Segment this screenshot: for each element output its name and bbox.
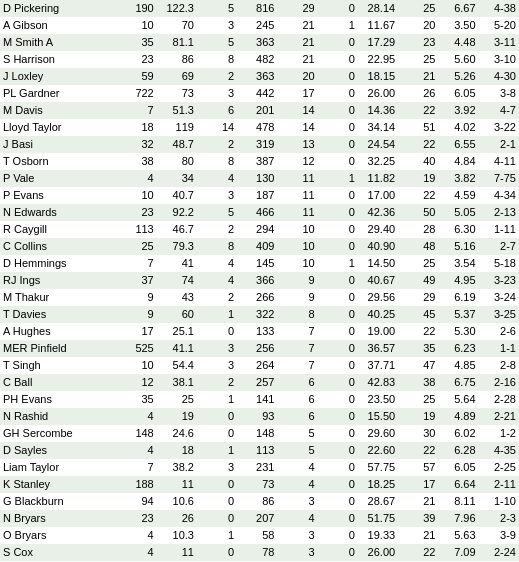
stat-cell: 1: [197, 527, 237, 544]
stat-cell: 42.36: [358, 204, 398, 221]
stat-cell: 4.85: [438, 357, 478, 374]
stat-cell: 18.15: [358, 68, 398, 85]
table-row: C Ball1238.122576042.83386.752-16: [0, 374, 519, 391]
stat-cell: 256: [237, 340, 277, 357]
stat-cell: 11: [157, 544, 197, 561]
stat-cell: 18.25: [358, 476, 398, 493]
stat-cell: 35: [117, 34, 157, 51]
stat-cell: 74: [157, 272, 197, 289]
stats-table: D Pickering190122.3581629028.14256.674-3…: [0, 0, 519, 562]
stat-cell: 6: [277, 391, 317, 408]
stat-cell: 10: [117, 187, 157, 204]
stat-cell: 54.4: [157, 357, 197, 374]
stat-cell: 40.25: [358, 306, 398, 323]
stat-cell: 10: [117, 17, 157, 34]
stat-cell: 6.05: [438, 85, 478, 102]
table-row: R Caygill11346.7229410029.40286.301-11: [0, 221, 519, 238]
stat-cell: 366: [237, 272, 277, 289]
table-row: J Loxley5969236320018.15215.264-30: [0, 68, 519, 85]
stat-cell: 6: [197, 102, 237, 119]
table-row: S Cox4110783026.00227.092-24: [0, 544, 519, 561]
stat-cell: 4: [197, 272, 237, 289]
stat-cell: 17: [398, 476, 438, 493]
stat-cell: 3-24: [479, 289, 519, 306]
stat-cell: 26.00: [358, 544, 398, 561]
table-row: T Singh1054.432647037.71474.852-8: [0, 357, 519, 374]
stat-cell: 2-21: [479, 408, 519, 425]
stat-cell: 94: [117, 493, 157, 510]
stat-cell: 20: [398, 17, 438, 34]
player-name: Liam Taylor: [0, 459, 117, 476]
stat-cell: 2-24: [479, 544, 519, 561]
stat-cell: 5.37: [438, 306, 478, 323]
stat-cell: 25: [398, 51, 438, 68]
stat-cell: 10: [277, 255, 317, 272]
stat-cell: 2-7: [479, 238, 519, 255]
player-name: G Blackburn: [0, 493, 117, 510]
stat-cell: 0: [318, 357, 358, 374]
stat-cell: 48: [398, 238, 438, 255]
table-row: C Collins2579.3840910040.90485.162-7: [0, 238, 519, 255]
stat-cell: 51: [398, 119, 438, 136]
stat-cell: 3-9: [479, 527, 519, 544]
stat-cell: 11: [157, 476, 197, 493]
stat-cell: 2: [197, 289, 237, 306]
stat-cell: 363: [237, 68, 277, 85]
stat-cell: 0: [197, 510, 237, 527]
stat-cell: 0: [318, 68, 358, 85]
stat-cell: 1-10: [479, 493, 519, 510]
stat-cell: 6.30: [438, 221, 478, 238]
player-name: D Sayles: [0, 442, 117, 459]
table-row: S Harrison2386848221022.95255.603-10: [0, 51, 519, 68]
stat-cell: 6.67: [438, 0, 478, 17]
stat-cell: 14: [197, 119, 237, 136]
stat-cell: 59: [117, 68, 157, 85]
stat-cell: 133: [237, 323, 277, 340]
stat-cell: 7.96: [438, 510, 478, 527]
stat-cell: 41.1: [157, 340, 197, 357]
stat-cell: 363: [237, 34, 277, 51]
stat-cell: 38.1: [157, 374, 197, 391]
stat-cell: 0: [197, 493, 237, 510]
stat-cell: 17: [117, 323, 157, 340]
stat-cell: 201: [237, 102, 277, 119]
stat-cell: 0: [318, 51, 358, 68]
stat-cell: 29: [398, 289, 438, 306]
player-name: J Loxley: [0, 68, 117, 85]
stat-cell: 525: [117, 340, 157, 357]
player-name: R Caygill: [0, 221, 117, 238]
stat-cell: 0: [318, 408, 358, 425]
stat-cell: 86: [157, 51, 197, 68]
player-name: PH Evans: [0, 391, 117, 408]
stat-cell: 40: [398, 153, 438, 170]
stat-cell: 41: [157, 255, 197, 272]
stat-cell: 58: [237, 527, 277, 544]
stat-cell: 6.05: [438, 459, 478, 476]
stat-cell: 4.59: [438, 187, 478, 204]
stat-cell: 14.50: [358, 255, 398, 272]
stat-cell: 4.95: [438, 272, 478, 289]
stat-cell: 0: [318, 493, 358, 510]
stat-cell: 19: [398, 408, 438, 425]
stat-cell: 28.67: [358, 493, 398, 510]
stat-cell: 188: [117, 476, 157, 493]
stat-cell: 3-25: [479, 306, 519, 323]
table-row: O Bryars410.31583019.33215.633-9: [0, 527, 519, 544]
stat-cell: 294: [237, 221, 277, 238]
stat-cell: 26: [157, 510, 197, 527]
stat-cell: 2-1: [479, 136, 519, 153]
stat-cell: 6.55: [438, 136, 478, 153]
stat-cell: 79.3: [157, 238, 197, 255]
player-name: J Basi: [0, 136, 117, 153]
stat-cell: 4: [197, 170, 237, 187]
stat-cell: 266: [237, 289, 277, 306]
stat-cell: 4-35: [479, 442, 519, 459]
stat-cell: 6: [277, 408, 317, 425]
table-row: MER Pinfield52541.132567036.57356.231-1: [0, 340, 519, 357]
stat-cell: 4: [117, 527, 157, 544]
stat-cell: 34.14: [358, 119, 398, 136]
stat-cell: 21: [277, 34, 317, 51]
stat-cell: 0: [318, 323, 358, 340]
stat-cell: 0: [197, 425, 237, 442]
stat-cell: 30: [398, 425, 438, 442]
